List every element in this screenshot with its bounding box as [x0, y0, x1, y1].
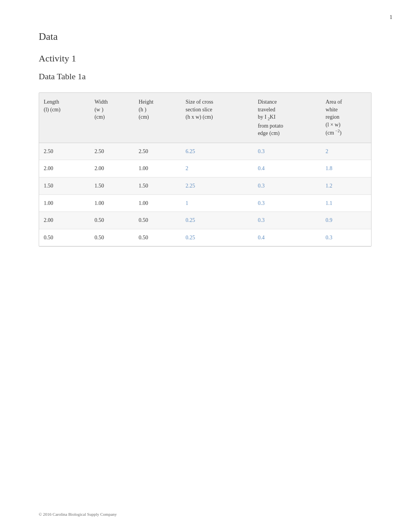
- cell-height: 1.00: [134, 194, 181, 212]
- col-header-height: Height(h )(cm): [134, 93, 181, 143]
- cell-length: 2.00: [39, 160, 90, 177]
- page-number: 1: [390, 14, 393, 20]
- table-row: 2.002.001.0020.41.8: [39, 160, 371, 177]
- table-row: 1.001.001.0010.31.1: [39, 194, 371, 212]
- cell-area: 1.1: [321, 194, 371, 212]
- section-title: Data: [39, 31, 380, 43]
- footer-text: © 2016 Carolina Biological Supply Compan…: [39, 512, 117, 517]
- cell-distance: 0.3: [253, 143, 321, 160]
- table-row: 2.000.500.500.250.30.9: [39, 212, 371, 229]
- col-header-cross-section: Size of crosssection slice(h x w) (cm): [181, 93, 253, 143]
- cell-cross_section: 0.25: [181, 212, 253, 229]
- table-title: Data Table 1a: [39, 72, 380, 82]
- cell-length: 1.00: [39, 194, 90, 212]
- cell-distance: 0.3: [253, 177, 321, 195]
- table-header-row: Length(l) (cm) Width(w )(cm) Height(h )(…: [39, 93, 371, 143]
- col-header-length: Length(l) (cm): [39, 93, 90, 143]
- cell-cross_section: 2: [181, 160, 253, 177]
- cell-length: 0.50: [39, 229, 90, 246]
- cell-area: 1.8: [321, 160, 371, 177]
- cell-area: 2: [321, 143, 371, 160]
- col-header-distance: Distancetraveledby I 2KIfrom potatoedge …: [253, 93, 321, 143]
- cell-distance: 0.4: [253, 160, 321, 177]
- cell-height: 2.50: [134, 143, 181, 160]
- data-table: Length(l) (cm) Width(w )(cm) Height(h )(…: [39, 92, 372, 247]
- cell-height: 1.00: [134, 160, 181, 177]
- cell-width: 1.50: [90, 177, 134, 195]
- cell-width: 0.50: [90, 229, 134, 246]
- table-row: 2.502.502.506.250.32: [39, 143, 371, 160]
- cell-height: 0.50: [134, 229, 181, 246]
- cell-cross_section: 6.25: [181, 143, 253, 160]
- cell-cross_section: 2.25: [181, 177, 253, 195]
- cell-length: 2.00: [39, 212, 90, 229]
- cell-area: 0.3: [321, 229, 371, 246]
- cell-cross_section: 1: [181, 194, 253, 212]
- cell-width: 2.00: [90, 160, 134, 177]
- table-row: 1.501.501.502.250.31.2: [39, 177, 371, 195]
- cell-distance: 0.3: [253, 212, 321, 229]
- cell-area: 0.9: [321, 212, 371, 229]
- cell-length: 1.50: [39, 177, 90, 195]
- table-row: 0.500.500.500.250.40.3: [39, 229, 371, 246]
- cell-area: 1.2: [321, 177, 371, 195]
- col-header-width: Width(w )(cm): [90, 93, 134, 143]
- cell-width: 0.50: [90, 212, 134, 229]
- cell-height: 0.50: [134, 212, 181, 229]
- cell-height: 1.50: [134, 177, 181, 195]
- col-header-area: Area ofwhiteregion(l × w)(cm −2): [321, 93, 371, 143]
- activity-title: Activity 1: [39, 53, 380, 64]
- cell-cross_section: 0.25: [181, 229, 253, 246]
- cell-distance: 0.4: [253, 229, 321, 246]
- cell-width: 1.00: [90, 194, 134, 212]
- cell-distance: 0.3: [253, 194, 321, 212]
- cell-length: 2.50: [39, 143, 90, 160]
- cell-width: 2.50: [90, 143, 134, 160]
